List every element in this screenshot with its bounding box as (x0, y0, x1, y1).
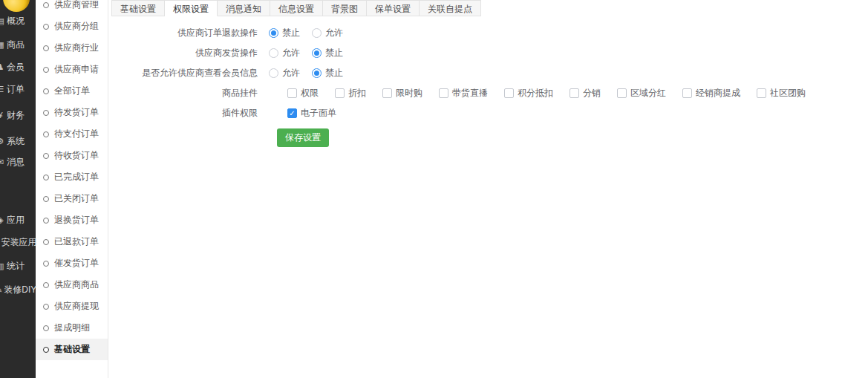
checkbox-option[interactable]: 社区团购 (757, 87, 806, 100)
sidebar-item-4[interactable]: ☰订单 (0, 82, 36, 97)
circle-bullet-icon (43, 67, 49, 73)
tab-5[interactable]: 背景图 (323, 0, 367, 16)
option-label: 分销 (583, 87, 601, 100)
circle-bullet-icon (43, 239, 49, 245)
form-row-label: 是否允许供应商查看会员信息 (109, 67, 258, 79)
submenu-item-17[interactable]: 基础设置 (36, 339, 108, 360)
checkbox-icon (439, 88, 448, 98)
checkbox-option[interactable]: 分销 (570, 87, 601, 100)
tab-7[interactable]: 关联自提点 (420, 0, 481, 16)
submenu-item-label: 供应商行业 (54, 42, 99, 54)
submenu-item-8[interactable]: 待收货订单 (36, 145, 108, 166)
form-row: 商品挂件权限折扣限时购带货直播积分抵扣分销区域分红经销商提成社区团购 (109, 83, 868, 103)
radio-option[interactable]: 禁止 (312, 47, 343, 59)
submenu-item-5[interactable]: 全部订单 (36, 80, 108, 102)
statistics-icon: ▥ (0, 261, 5, 271)
system-icon: ⚙ (0, 137, 5, 146)
radio-option[interactable]: 禁止 (312, 67, 343, 79)
submenu-item-label: 催发货订单 (54, 257, 99, 270)
sidebar-item-11[interactable]: ✎装修DIY (0, 282, 36, 297)
submenu-item-7[interactable]: 待支付订单 (36, 123, 108, 145)
tab-6[interactable]: 保单设置 (367, 0, 420, 16)
sidebar-item-1[interactable]: ▤概况 (0, 13, 36, 28)
form-row-controls: 允许禁止 (269, 67, 355, 79)
circle-bullet-icon (43, 325, 49, 331)
orders-icon: ☰ (0, 85, 5, 94)
members-icon: ♟ (0, 62, 5, 72)
radio-option[interactable]: 禁止 (269, 27, 300, 39)
checkbox-option[interactable]: 电子面单 (287, 107, 336, 120)
option-label: 禁止 (325, 47, 343, 59)
checkbox-icon (757, 88, 766, 98)
radio-option[interactable]: 允许 (269, 67, 300, 79)
sidebar-item-label: 应用 (7, 214, 25, 227)
checkbox-option[interactable]: 积分抵扣 (504, 87, 553, 100)
sidebar-item-9[interactable]: ↓安装应用 (0, 235, 36, 250)
sidebar-item-5[interactable]: ¥财务 (0, 108, 36, 123)
option-label: 禁止 (325, 67, 343, 79)
form-row-controls: 允许禁止 (269, 47, 355, 59)
submenu-item-4[interactable]: 供应商申请 (36, 59, 108, 80)
submenu-item-12[interactable]: 已退款订单 (36, 231, 108, 252)
sidebar-item-7[interactable]: ✉消息 (0, 154, 36, 169)
sidebar-item-3[interactable]: ♟会员 (0, 59, 36, 74)
submenu-item-13[interactable]: 催发货订单 (36, 252, 108, 274)
permission-settings-form: 供应商订单退款操作禁止允许供应商发货操作允许禁止是否允许供应商查看会员信息允许禁… (109, 16, 868, 147)
checkbox-icon (504, 88, 514, 98)
submenu-item-10[interactable]: 已关闭订单 (36, 188, 108, 209)
sidebar-item-label: 消息 (7, 156, 25, 169)
sidebar-item-10[interactable]: ▥统计 (0, 258, 36, 273)
submenu-item-15[interactable]: 供应商提现 (36, 296, 108, 317)
option-label: 限时购 (396, 87, 422, 100)
circle-bullet-icon (43, 110, 49, 116)
sidebar-item-label: 装修DIY (4, 284, 36, 296)
form-row-label: 供应商订单退款操作 (109, 27, 258, 39)
submenu-item-14[interactable]: 供应商商品 (36, 274, 108, 296)
apps-icon: ◈ (0, 215, 5, 225)
submenu-item-3[interactable]: 供应商行业 (36, 37, 108, 59)
checkbox-icon (617, 88, 627, 98)
tab-2[interactable]: 权限设置 (165, 0, 218, 16)
checkbox-option[interactable]: 折扣 (335, 87, 366, 100)
sidebar-item-2[interactable]: ▦商品 (0, 37, 36, 52)
tab-4[interactable]: 信息设置 (270, 0, 323, 16)
finance-icon: ¥ (0, 111, 5, 120)
admin-app-window: ▤概况▦商品♟会员☰订单¥财务⚙系统✉消息◈应用↓安装应用▥统计✎装修DIY 供… (0, 0, 868, 378)
form-row: 供应商订单退款操作禁止允许 (109, 23, 868, 43)
submenu-item-1[interactable]: 供应商管理 (36, 0, 108, 16)
checkbox-option[interactable]: 经销商提成 (682, 87, 740, 100)
submenu-item-6[interactable]: 待发货订单 (36, 102, 108, 123)
save-settings-button[interactable]: 保存设置 (277, 128, 329, 147)
save-button-row: 保存设置 (277, 128, 868, 147)
tab-1[interactable]: 基础设置 (111, 0, 165, 16)
circle-bullet-icon (43, 347, 49, 353)
tab-3[interactable]: 消息通知 (218, 0, 270, 16)
submenu-item-11[interactable]: 退换货订单 (36, 209, 108, 231)
checkbox-option[interactable]: 区域分红 (617, 87, 666, 100)
sidebar-item-label: 财务 (7, 109, 25, 122)
submenu-item-label: 供应商申请 (54, 63, 99, 76)
submenu-item-16[interactable]: 提成明细 (36, 317, 108, 339)
radio-icon (269, 68, 278, 78)
submenu-item-9[interactable]: 已完成订单 (36, 166, 108, 188)
circle-bullet-icon (43, 24, 49, 30)
overview-icon: ▤ (0, 16, 5, 26)
sidebar-item-8[interactable]: ◈应用 (0, 212, 36, 227)
checkbox-option[interactable]: 权限 (287, 87, 319, 100)
goods-icon: ▦ (0, 40, 5, 50)
option-label: 折扣 (348, 87, 366, 100)
app-logo[interactable] (3, 0, 30, 12)
submenu-item-2[interactable]: 供应商分组 (36, 16, 108, 37)
radio-icon (312, 28, 322, 38)
checkbox-option[interactable]: 限时购 (382, 87, 422, 100)
circle-bullet-icon (43, 196, 49, 202)
submenu-item-label: 提成明细 (54, 322, 90, 334)
checkbox-option[interactable]: 带货直播 (439, 87, 488, 100)
radio-option[interactable]: 允许 (269, 47, 300, 59)
sidebar-item-6[interactable]: ⚙系统 (0, 134, 36, 149)
radio-option[interactable]: 允许 (312, 27, 343, 39)
checkbox-icon (287, 108, 297, 118)
radio-icon (269, 28, 278, 38)
form-row-label: 商品挂件 (109, 87, 258, 100)
radio-icon (312, 48, 322, 58)
